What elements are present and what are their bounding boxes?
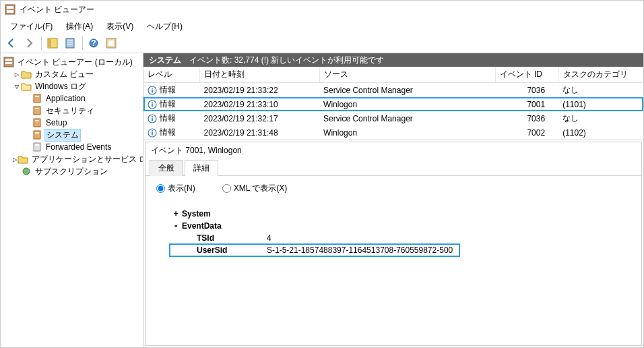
titlebar: イベント ビューアー [1, 1, 643, 18]
folder-open-icon [21, 81, 32, 92]
main-pane: システム イベント数: 32,774 (!) 新しいイベントが利用可能です レベ… [143, 53, 643, 347]
help-button[interactable]: ? [86, 35, 102, 51]
radio-friendly-input[interactable] [156, 184, 165, 193]
expand-icon[interactable]: ▷ [13, 155, 18, 164]
collapse-icon[interactable]: ▽ [13, 82, 21, 91]
radio-xml-input[interactable] [222, 184, 231, 193]
menu-help[interactable]: ヘルプ(H) [140, 20, 189, 32]
svg-rect-37 [152, 132, 153, 135]
window-title: イベント ビューアー [20, 4, 94, 16]
svg-point-26 [23, 168, 30, 175]
back-button[interactable] [3, 35, 20, 51]
log-icon [32, 105, 42, 116]
svg-rect-29 [152, 88, 153, 89]
menu-action[interactable]: 操作(A) [59, 20, 100, 32]
tree-subscriptions[interactable]: サブスクリプション [11, 165, 141, 177]
eventdata-node[interactable]: -EventData [170, 220, 631, 232]
info-icon [148, 114, 157, 123]
show-tree-button[interactable] [44, 35, 61, 51]
row-source: Service Control Manager [319, 111, 495, 125]
tree-appsvc-label: アプリケーションとサービス ログ [30, 154, 143, 165]
svg-rect-14 [5, 59, 12, 61]
row-datetime: 2023/02/19 21:33:22 [200, 83, 320, 98]
tree-system-label: システム [44, 129, 81, 142]
menu-view[interactable]: 表示(V) [100, 20, 140, 32]
tree-forwarded[interactable]: Forwarded Events [30, 141, 141, 153]
usersid-value: S-1-5-21-1857488397-1164513708-760559872… [267, 245, 453, 255]
toolbar: ? [1, 33, 643, 53]
column-headers: レベル 日付と時刻 ソース イベント ID タスクのカテゴリ [143, 67, 643, 83]
tsid-row: TSId4 [170, 232, 631, 244]
col-datetime[interactable]: 日付と時刻 [200, 67, 320, 83]
col-level[interactable]: レベル [143, 67, 200, 83]
tree-application[interactable]: Application [30, 92, 141, 105]
tree-security[interactable]: セキュリティ [30, 105, 141, 117]
table-row[interactable]: 情報2023/02/19 21:32:17Service Control Man… [143, 111, 643, 125]
row-event-id: 7002 [495, 125, 558, 140]
tree-custom-views[interactable]: ▷ カスタム ビュー [11, 68, 141, 80]
row-datetime: 2023/02/19 21:32:17 [200, 111, 320, 125]
svg-rect-38 [152, 130, 153, 132]
tree-sec-label: セキュリティ [44, 105, 96, 117]
forward-button[interactable] [21, 35, 37, 51]
tree-app-label: Application [44, 94, 87, 103]
usersid-key: UserSid [197, 245, 256, 255]
tree-app-services[interactable]: ▷ アプリケーションとサービス ログ [11, 153, 141, 165]
radio-friendly-view[interactable]: 表示(N) [156, 183, 195, 194]
svg-rect-28 [152, 89, 153, 92]
app-window: イベント ビューアー ファイル(F) 操作(A) 表示(V) ヘルプ(H) ? … [0, 0, 644, 348]
tree-windows-logs[interactable]: ▽ Windows ログ [11, 80, 141, 92]
subscription-icon [21, 166, 32, 177]
detail-pane: イベント 7001, Winlogon 全般 詳細 表示(N) XML で表示(… [145, 142, 642, 346]
properties-button[interactable] [62, 35, 78, 51]
usersid-row: UserSidS-1-5-21-1857488397-1164513708-76… [170, 244, 459, 256]
svg-text:?: ? [91, 38, 96, 48]
svg-rect-1 [7, 6, 13, 9]
xml-tree: +System -EventData TSId4 UserSidS-1-5-21… [156, 208, 631, 256]
minus-icon[interactable]: - [170, 221, 182, 231]
tab-details[interactable]: 詳細 [185, 160, 218, 176]
tree-setup[interactable]: Setup [30, 117, 141, 129]
table-row[interactable]: 情報2023/02/19 21:33:10Winlogon7001(1101) [143, 97, 643, 111]
detail-title: イベント 7001, Winlogon [146, 142, 641, 159]
tree-system[interactable]: システム [30, 129, 141, 141]
log-icon [32, 142, 42, 152]
tree-pane: イベント ビューアー (ローカル) ▷ カスタム ビュー ▽ Windows ロ… [1, 53, 143, 347]
col-event-id[interactable]: イベント ID [495, 67, 558, 83]
svg-rect-16 [34, 94, 40, 103]
plus-icon[interactable]: + [170, 209, 182, 219]
expand-icon[interactable]: ▷ [13, 70, 21, 79]
tab-general[interactable]: 全般 [150, 160, 183, 176]
svg-rect-2 [7, 10, 13, 13]
section-name: システム [149, 55, 181, 66]
svg-rect-15 [5, 62, 12, 64]
col-source[interactable]: ソース [319, 67, 495, 83]
col-category[interactable]: タスクのカテゴリ [558, 67, 643, 83]
row-category: (1102) [558, 125, 643, 140]
svg-rect-31 [152, 103, 153, 107]
table-row[interactable]: 情報2023/02/19 21:31:48Winlogon7002(1102) [143, 125, 643, 140]
svg-rect-18 [34, 107, 40, 115]
row-event-id: 7001 [495, 97, 558, 111]
svg-rect-12 [108, 40, 114, 46]
table-row[interactable]: 情報2023/02/19 21:33:22Service Control Man… [143, 83, 643, 98]
row-category: なし [558, 111, 643, 125]
log-icon [32, 93, 42, 104]
menu-file[interactable]: ファイル(F) [3, 20, 59, 32]
tree-fwd-label: Forwarded Events [44, 142, 112, 152]
svg-rect-5 [66, 38, 74, 48]
svg-rect-4 [48, 38, 51, 48]
radio-xml-view[interactable]: XML で表示(X) [222, 183, 288, 194]
row-datetime: 2023/02/19 21:33:10 [200, 97, 320, 111]
info-icon [148, 128, 157, 138]
refresh-button[interactable] [103, 35, 119, 51]
svg-rect-25 [35, 144, 39, 146]
row-event-id: 7036 [495, 83, 558, 98]
system-node[interactable]: +System [170, 208, 631, 220]
tree-root-label: イベント ビューアー (ローカル) [16, 57, 134, 68]
toolbar-separator-2 [82, 36, 83, 50]
detail-body: 表示(N) XML で表示(X) +System -EventData TSId… [146, 176, 641, 345]
tree-root[interactable]: イベント ビューアー (ローカル) [2, 56, 141, 68]
svg-rect-22 [34, 131, 40, 139]
tsid-key: TSId [197, 233, 256, 243]
